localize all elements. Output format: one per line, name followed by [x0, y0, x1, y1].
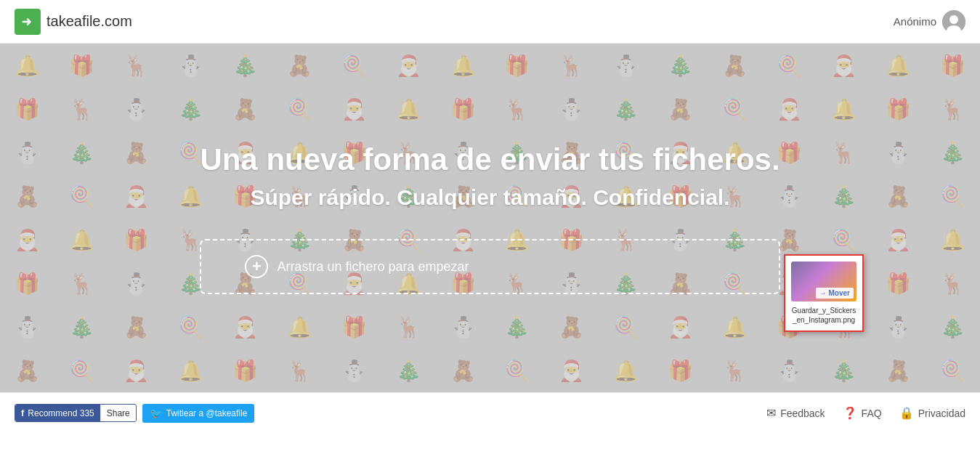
hero-subtitle: Súper rápido. Cualquier tamaño. Confiden…: [200, 185, 779, 210]
file-name: Guardar_y_Stickers_en_Instagram.png: [791, 306, 857, 325]
user-area: Anónimo: [894, 10, 965, 33]
mail-icon: ✉: [766, 406, 776, 420]
footer-left: f Recommend 335 Share 🐦 Twitlear a @take…: [15, 404, 254, 423]
svg-point-2: [949, 15, 958, 24]
share-label[interactable]: Share: [100, 405, 136, 421]
facebook-recommend-main[interactable]: f Recommend 335: [15, 405, 100, 421]
faq-link[interactable]: ❓ FAQ: [843, 406, 882, 420]
logo-icon: [15, 9, 41, 35]
twitter-label: Twitlear a @takeafile: [166, 408, 248, 418]
avatar[interactable]: [942, 10, 965, 33]
footer: f Recommend 335 Share 🐦 Twitlear a @take…: [0, 392, 980, 433]
feedback-link[interactable]: ✉ Feedback: [766, 406, 825, 420]
user-name: Anónimo: [894, 15, 936, 28]
twitter-button[interactable]: 🐦 Twitlear a @takeafile: [142, 404, 255, 423]
move-label: → Mover: [816, 288, 854, 299]
lock-icon: 🔒: [899, 406, 914, 420]
header: takeafile.com Anónimo: [0, 0, 980, 44]
hero-section: 🔔🎁🦌⛄🎄🧸🍭🎅🔔🎁🦌⛄🎄🧸🍭🎅🔔🎁 🎁🦌⛄🎄🧸🍭🎅🔔🎁🦌⛄🎄🧸🍭🎅🔔🎁🦌 ⛄🎄…: [0, 44, 980, 392]
plus-icon: +: [245, 255, 268, 278]
facebook-recommend-button[interactable]: f Recommend 335 Share: [15, 404, 137, 422]
logo-area: takeafile.com: [15, 9, 132, 35]
drop-zone-label: Arrastra un fichero para empezar: [277, 259, 469, 275]
facebook-icon: f: [21, 408, 24, 418]
question-icon: ❓: [843, 406, 857, 420]
hero-content: Una nueva forma de enviar tus ficheros. …: [200, 142, 779, 294]
recommend-label: Recommend 335: [28, 408, 94, 418]
twitter-icon: 🐦: [150, 408, 162, 419]
footer-right: ✉ Feedback ❓ FAQ 🔒 Privacidad: [766, 406, 965, 420]
file-thumbnail: → Mover: [791, 262, 857, 301]
feedback-label: Feedback: [780, 408, 825, 419]
logo-text: takeafile.com: [46, 13, 132, 30]
drop-zone[interactable]: + Arrastra un fichero para empezar: [200, 239, 779, 294]
hero-title: Una nueva forma de enviar tus ficheros.: [200, 142, 779, 178]
faq-label: FAQ: [862, 408, 882, 419]
privacy-link[interactable]: 🔒 Privacidad: [899, 406, 965, 420]
file-preview: → Mover Guardar_y_Stickers_en_Instagram.…: [784, 254, 864, 332]
privacy-label: Privacidad: [918, 408, 965, 419]
